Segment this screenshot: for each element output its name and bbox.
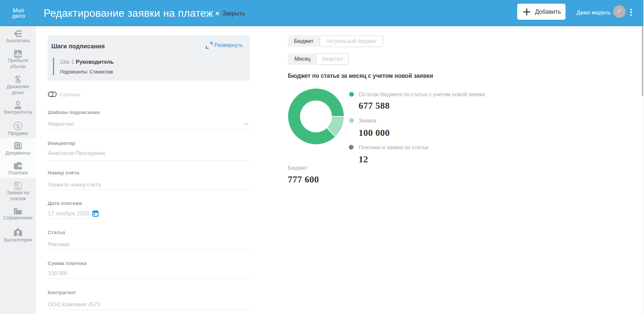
svg-text:$: $: [16, 123, 19, 129]
svg-text:₽: ₽: [16, 77, 19, 82]
svg-text:S: S: [16, 183, 18, 186]
